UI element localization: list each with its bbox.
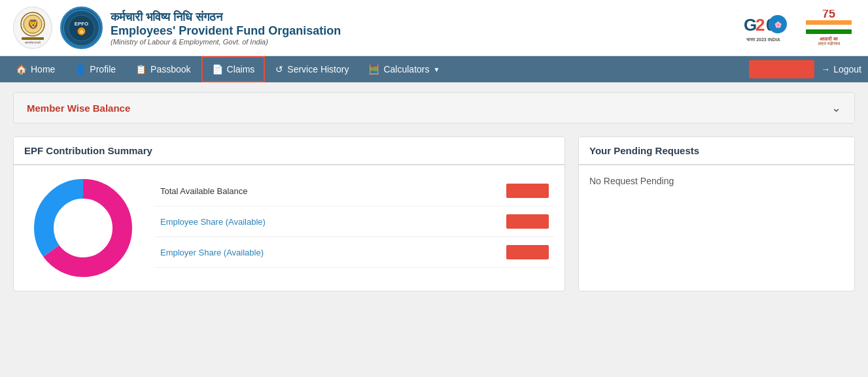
svg-text:🌸: 🌸 — [774, 21, 782, 29]
hindi-title: कर्मचारी भविष्य निधि संगठन — [111, 10, 341, 24]
epf-card-header: EPF Contribution Summary — [14, 137, 564, 165]
svg-rect-21 — [806, 29, 852, 34]
svg-text:आज़ादी का: आज़ादी का — [820, 36, 838, 41]
svg-rect-3 — [22, 37, 44, 40]
svg-text:2: 2 — [755, 15, 765, 35]
profile-icon: 👤 — [75, 64, 86, 74]
epf-contribution-card: EPF Contribution Summary Total — [13, 137, 565, 291]
nav-passbook[interactable]: 📋 Passbook — [126, 57, 200, 81]
ministry-text: (Ministry of Labour & Employment, Govt. … — [111, 38, 341, 46]
svg-text:सत्यमेव जयते: सत्यमेव जयते — [24, 41, 41, 44]
nav-claims[interactable]: 📄 Claims — [201, 56, 266, 82]
service-history-icon: ↺ — [275, 64, 283, 74]
nav-passbook-label: Passbook — [150, 64, 190, 74]
english-title: Employees' Provident Fund Organisation — [111, 24, 341, 38]
calculators-dropdown-icon: ▼ — [433, 66, 440, 73]
no-request-text: No Request Pending — [589, 176, 674, 186]
balance-label-total: Total Available Balance — [160, 186, 247, 196]
epf-summary-title: EPF Contribution Summary — [24, 145, 152, 156]
member-balance-title: Member Wise Balance — [27, 103, 130, 114]
epf-card-body: Total Available Balance Employee Share (… — [14, 165, 564, 291]
balance-value-employer — [506, 245, 549, 259]
svg-rect-19 — [806, 20, 852, 25]
balance-label-employer[interactable]: Employer Share (Available) — [160, 248, 264, 257]
user-badge — [749, 60, 814, 78]
header: 🦁 सत्यमेव जयते EPFO ⚙ कर्मचारी भविष्य नि… — [0, 0, 868, 56]
svg-text:75: 75 — [822, 10, 835, 20]
svg-rect-20 — [806, 25, 852, 29]
nav-calculators-label: Calculators — [383, 64, 429, 74]
nav-claims-label: Claims — [227, 64, 255, 74]
svg-text:अमृत महोत्सव: अमृत महोत्सव — [818, 41, 841, 46]
navbar-right: → Logout — [749, 60, 861, 78]
pending-card-body: No Request Pending — [579, 165, 854, 197]
donut-chart — [24, 176, 142, 280]
chevron-down-icon[interactable]: ⌄ — [831, 101, 841, 115]
main-content: Member Wise Balance ⌄ EPF Contribution S… — [0, 82, 868, 301]
header-title: कर्मचारी भविष्य निधि संगठन Employees' Pr… — [111, 10, 341, 46]
header-right: G 2 0 🌸 भारत 2023 INDIA 75 आज़ादी का अमृ… — [737, 10, 855, 46]
two-col-layout: EPF Contribution Summary Total — [13, 137, 855, 291]
balance-label-employee[interactable]: Employee Share (Available) — [160, 217, 266, 227]
nav-home-label: Home — [31, 64, 55, 74]
balance-row-total: Total Available Balance — [155, 176, 554, 206]
emblem-logo: 🦁 सत्यमेव जयते — [13, 7, 52, 49]
nav-profile-label: Profile — [90, 64, 116, 74]
logout-label: Logout — [833, 64, 861, 74]
balance-row-employer: Employer Share (Available) — [155, 237, 554, 268]
balance-table: Total Available Balance Employee Share (… — [155, 176, 554, 280]
navbar-left: 🏠 Home 👤 Profile 📋 Passbook 📄 Claims ↺ S… — [7, 56, 449, 82]
claims-icon: 📄 — [212, 64, 223, 74]
balance-value-employee — [506, 214, 549, 229]
balance-row-employee: Employee Share (Available) — [155, 206, 554, 237]
logout-icon: → — [821, 64, 830, 74]
epfo-logo: EPFO ⚙ — [60, 7, 103, 49]
calculators-icon: 🧮 — [368, 64, 379, 74]
member-balance-section: Member Wise Balance ⌄ — [13, 92, 855, 123]
home-icon: 🏠 — [16, 64, 27, 74]
nav-calculators[interactable]: 🧮 Calculators ▼ — [359, 57, 449, 81]
pending-requests-card: Your Pending Requests No Request Pending — [578, 137, 855, 291]
logout-button[interactable]: → Logout — [821, 64, 861, 74]
balance-value-total — [506, 184, 549, 198]
svg-text:🦁: 🦁 — [27, 19, 39, 30]
passbook-icon: 📋 — [135, 64, 147, 74]
pending-card-header: Your Pending Requests — [579, 137, 854, 165]
pending-requests-title: Your Pending Requests — [589, 145, 699, 156]
header-left: 🦁 सत्यमेव जयते EPFO ⚙ कर्मचारी भविष्य नि… — [13, 7, 341, 49]
navbar: 🏠 Home 👤 Profile 📋 Passbook 📄 Claims ↺ S… — [0, 56, 868, 82]
g20-logo: G 2 0 🌸 भारत 2023 INDIA — [737, 10, 790, 46]
nav-home[interactable]: 🏠 Home — [7, 57, 64, 81]
nav-service-history[interactable]: ↺ Service History — [266, 57, 358, 81]
svg-text:भारत 2023 INDIA: भारत 2023 INDIA — [746, 37, 780, 42]
svg-point-26 — [54, 199, 112, 257]
nav-profile[interactable]: 👤 Profile — [65, 57, 125, 81]
azadi-logo: 75 आज़ादी का अमृत महोत्सव — [803, 10, 855, 46]
svg-text:EPFO: EPFO — [75, 21, 88, 27]
nav-service-history-label: Service History — [287, 64, 349, 74]
